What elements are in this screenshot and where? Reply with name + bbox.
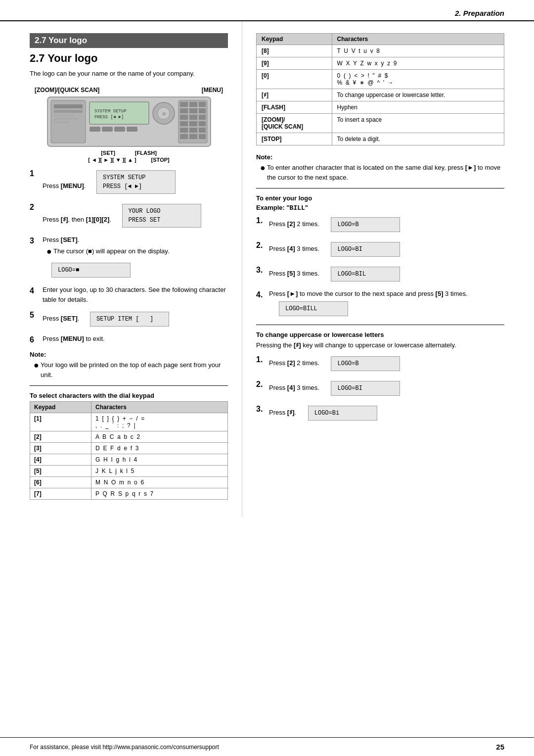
table-row: [1] 1 [ ] { } + − / =, . _ ` : ; ? |: [30, 413, 228, 431]
table-row: [6] M N O m n o 6: [30, 477, 228, 488]
svg-rect-28: [199, 128, 206, 133]
device-labels-bottom: [SET] [FLASH]: [30, 150, 228, 156]
key-0: [0]: [257, 70, 332, 89]
section-description: The logo can be your name or the name of…: [30, 69, 228, 79]
svg-rect-16: [199, 102, 206, 107]
change-case-desc: Pressing the [♯] key will change to uppe…: [256, 340, 504, 350]
device-labels-top: [ZOOM]/[QUICK SCAN] [MENU]: [30, 87, 228, 94]
key-3: [3]: [30, 443, 91, 454]
right-col-characters: Characters: [332, 34, 504, 45]
key-9: [9]: [257, 57, 332, 70]
label-flash: [FLASH]: [135, 150, 157, 156]
enter-logo-title: To enter your logo: [256, 194, 504, 202]
change-case-step-2: 2. Press [4] 3 times. LOGO=BI: [256, 378, 504, 398]
svg-rect-34: [114, 127, 125, 132]
section-title-bar: Your logo: [48, 36, 87, 45]
key-7: [7]: [30, 488, 91, 500]
key-8: [8]: [257, 45, 332, 57]
step-3: 3 Press [SET]. ● The cursor (■) will app…: [30, 235, 228, 281]
header-title: 2. Preparation: [455, 9, 504, 17]
label-arrows: [ ◄ ][ ► ][ ▼ ][ ▲ ]: [88, 157, 136, 163]
lcd-logo-3: LOGO=BIL: [331, 267, 400, 282]
enter-logo-step-1: 1. Press [2] 2 times. LOGO=B: [256, 215, 504, 235]
section-title: 2.7 Your logo: [30, 52, 228, 65]
label-menu: [MENU]: [202, 87, 223, 94]
key-stop: [STOP]: [257, 133, 332, 145]
key-zoom: [ZOOM]/[QUICK SCAN]: [257, 114, 332, 133]
svg-rect-27: [189, 128, 197, 133]
step-5: 5 Press [SET]. SETUP ITEM [ ]: [30, 309, 228, 329]
key-flash: [FLASH]: [257, 101, 332, 114]
chars-7: P Q R S p q r s 7: [91, 488, 228, 500]
lcd-case-3: LOGO=Bi: [308, 406, 377, 421]
table-row: [ZOOM]/[QUICK SCAN] To insert a space: [257, 114, 504, 133]
col-keypad: Keypad: [30, 402, 91, 413]
page-footer: For assistance, please visit http://www.…: [0, 737, 534, 756]
footer-text: For assistance, please visit http://www.…: [30, 744, 219, 751]
enter-logo-step-4: 4. Press [►] to move the cursor to the n…: [256, 289, 504, 319]
table-row: [4] G H I g h i 4: [30, 454, 228, 466]
table-row: [2] A B C a b c 2: [30, 431, 228, 443]
lcd-step2: YOUR LOGOPRESS SET: [122, 204, 201, 228]
section-number: 2.7: [35, 36, 46, 45]
svg-rect-30: [189, 134, 197, 139]
enter-logo-step-2: 2. Press [4] 3 times. LOGO=BI: [256, 239, 504, 259]
step-1: 1 Press [MENU]. SYSTEM SETUPPRESS [◄ ►]: [30, 168, 228, 196]
note-1: Note: ● Your logo will be printed on the…: [30, 351, 228, 379]
divider-1: [30, 385, 228, 386]
left-column: 2.7 Your logo 2.7 Your logo The logo can…: [0, 21, 242, 517]
chars-hash: To change uppercase or lowercase letter.: [332, 89, 504, 101]
svg-rect-24: [189, 121, 197, 126]
svg-rect-17: [180, 108, 188, 113]
svg-rect-6: [54, 121, 69, 123]
lcd-logo-4: LOGO=BILL: [279, 301, 348, 316]
table-row: [9] W X Y Z w x y z 9: [257, 57, 504, 70]
svg-rect-3: [54, 110, 83, 113]
svg-rect-15: [189, 102, 197, 107]
svg-text:SYSTEM SETUP: SYSTEM SETUP: [94, 109, 127, 114]
svg-rect-19: [199, 108, 206, 113]
divider-2: [256, 188, 504, 189]
svg-rect-5: [54, 118, 79, 120]
page-header: 2. Preparation: [0, 0, 534, 21]
svg-rect-26: [180, 128, 188, 133]
page: 2. Preparation 2.7 Your logo 2.7 Your lo…: [0, 0, 534, 756]
change-case-title: To change uppercase or lowercase letters: [256, 331, 504, 338]
col-characters: Characters: [91, 402, 228, 413]
chars-4: G H I g h i 4: [91, 454, 228, 466]
right-character-table: Keypad Characters [8] T U V t u v 8 [9] …: [256, 33, 504, 145]
step-4: 4 Enter your logo, up to 30 characters. …: [30, 285, 228, 304]
section-heading-bar: 2.7 Your logo: [30, 33, 228, 48]
svg-rect-2: [54, 104, 83, 108]
svg-rect-33: [102, 127, 113, 132]
svg-text:⊙: ⊙: [162, 111, 166, 116]
lcd-case-2: LOGO=BI: [331, 381, 400, 396]
chars-2: A B C a b c 2: [91, 431, 228, 443]
chars-5: J K L j k l 5: [91, 466, 228, 477]
label-zoom-quickscan: [ZOOM]/[QUICK SCAN]: [35, 87, 99, 94]
device-labels-bottom2: [ ◄ ][ ► ][ ▼ ][ ▲ ] [STOP]: [30, 157, 228, 163]
svg-rect-29: [180, 134, 188, 139]
svg-rect-32: [89, 127, 100, 132]
svg-rect-21: [189, 115, 197, 120]
key-1: [1]: [30, 413, 91, 431]
label-stop: [STOP]: [151, 157, 170, 163]
chars-1: 1 [ ] { } + − / =, . _ ` : ; ? |: [91, 413, 228, 431]
lcd-logo-1: LOGO=B: [331, 217, 400, 232]
step-2: 2 Press [♯], then [1][0][2]. YOUR LOGOPR…: [30, 201, 228, 230]
svg-rect-4: [54, 114, 74, 116]
change-case-step-1: 1. Press [2] 2 times. LOGO=B: [256, 354, 504, 374]
key-hash: [♯]: [257, 89, 332, 101]
svg-rect-20: [180, 115, 188, 120]
device-diagram: [ZOOM]/[QUICK SCAN] [MENU]: [30, 87, 228, 163]
table-row: [8] T U V t u v 8: [257, 45, 504, 57]
note-2: Note: ● To enter another character that …: [256, 153, 504, 182]
device-svg: SYSTEM SETUP PRESS [◄ ►] ⊙: [45, 94, 213, 149]
chars-3: D E F d e f 3: [91, 443, 228, 454]
table-row: [STOP] To delete a digit.: [257, 133, 504, 145]
table-row: [3] D E F d e f 3: [30, 443, 228, 454]
svg-text:PRESS [◄ ►]: PRESS [◄ ►]: [94, 115, 124, 120]
lcd-case-1: LOGO=B: [331, 356, 400, 371]
key-5: [5]: [30, 466, 91, 477]
chars-9: W X Y Z w x y z 9: [332, 57, 504, 70]
